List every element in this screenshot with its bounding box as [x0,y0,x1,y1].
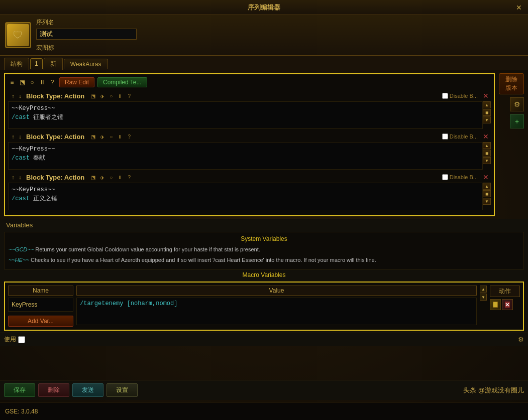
block-3-line2-text: 正义之锤 [33,195,57,202]
block-2-title: Block Type: Action [26,133,84,141]
block-1-scroll-down[interactable]: ▼ [483,116,491,123]
block-3-scroll-down[interactable]: ▼ [483,198,491,205]
add-var-button[interactable]: Add Var... [8,316,73,327]
right-icon-1[interactable]: ⚙ [510,97,524,111]
block-1-disable-checkbox[interactable] [442,93,448,99]
use-checkbox[interactable] [18,336,25,343]
right-bottom-icon[interactable]: ⚙ [518,336,524,343]
block-1-copy-icon[interactable]: ⬗ [98,92,105,99]
variables-section: Variables System Variables ~~GCD~~ Retur… [0,219,528,333]
sys-var-2-text: ~~HE~~ Checks to see if you have a Heart… [9,256,519,264]
block-2-header: ↑ ↓ Block Type: Action ⬔ ⬗ ○ ⏸ ? Disable… [8,131,491,142]
raw-edit-button[interactable]: Raw Edit [59,77,94,87]
var-scroll-up[interactable]: ▲ [480,286,487,293]
delete-version-button[interactable]: 删除版本 [499,73,524,94]
var-action-icon-2[interactable] [502,299,513,310]
block-2-scroll-down[interactable]: ▼ [483,157,491,164]
block-1-down-arrow[interactable]: ↓ [17,93,23,99]
block-1-arrows: ↑ ↓ [10,93,23,99]
macro-icon[interactable]: 🛡 [5,22,31,48]
block-2-scroll-up[interactable]: ▲ [483,142,491,149]
list-icon[interactable]: ≡ [8,78,16,86]
tab-structure[interactable]: 结构 [4,58,29,70]
block-3-disable-label: Disable B... [450,174,478,180]
right-icon-2[interactable]: + [510,114,524,128]
tab-weakauras[interactable]: WeakAuras [64,59,108,69]
block-1-pause-icon[interactable]: ⏸ [117,92,124,99]
block-1-up-arrow[interactable]: ↑ [10,93,16,99]
block-2-pause-icon[interactable]: ⏸ [117,133,124,140]
block-2-down-arrow[interactable]: ↓ [17,133,23,139]
block-3-copy-icon[interactable]: ⬗ [98,174,105,181]
block-1-list-icon[interactable]: ⬔ [89,92,96,99]
var-name-input[interactable] [8,298,73,312]
settings-button[interactable]: 设置 [107,383,138,397]
copy-icon[interactable]: ⬔ [18,78,26,86]
block-3-delete[interactable]: ✕ [483,173,489,181]
block-1-text[interactable]: ~~KeyPress~~ /cast 征服者之锤 [8,101,483,129]
var-value-textarea[interactable] [76,298,477,325]
title-bar: 序列编辑器 ✕ [0,0,528,15]
main-editor-row: ≡ ⬔ ○ ⏸ ? Raw Edit Compiled Te... ↑ ↓ Bl… [0,70,528,219]
version-bar: GSE: 3.0.48 [0,402,528,420]
block-1-disable-label: Disable B... [450,93,478,99]
tab-new[interactable]: 新 [44,58,63,70]
delete-icon [504,301,511,308]
block-2-delete[interactable]: ✕ [483,132,489,141]
footer-right: 头条 @游戏没有圈儿 [463,386,524,395]
block-2-disable-checkbox[interactable] [442,133,448,139]
block-2-text[interactable]: ~~KeyPress~~ /cast 奉献 [8,142,483,170]
block-1-delete[interactable]: ✕ [483,92,489,100]
var-name-header: Name [8,286,73,296]
block-3-text[interactable]: ~~KeyPress~~ /cast 正义之锤 [8,183,483,210]
close-icon[interactable]: ✕ [516,4,524,12]
macro-icon-inner: 🛡 [7,24,29,46]
help-icon[interactable]: ? [48,78,56,86]
tabs-area: 结构 1 新 WeakAuras [0,56,528,70]
svg-rect-1 [493,302,497,307]
tab-1[interactable]: 1 [30,58,43,69]
circle-icon[interactable]: ○ [28,78,36,86]
block-2-up-arrow[interactable]: ↑ [10,133,16,139]
macro-name-input[interactable] [36,29,137,40]
block-2-scroll-mid[interactable]: ◼ [483,150,491,157]
var-action-col: 动作 [490,286,520,310]
block-2-line2-text: 奉献 [33,155,45,162]
block-3-scroll-mid[interactable]: ◼ [483,190,491,197]
block-1-line2-cyan: /cast [12,114,30,121]
send-button[interactable]: 发送 [72,383,103,397]
block-3-down-arrow[interactable]: ↓ [17,174,23,180]
block-3-circle-icon[interactable]: ○ [108,174,115,181]
block-1-scroll-up[interactable]: ▲ [483,101,491,108]
block-3-scroll-up[interactable]: ▲ [483,183,491,190]
pause-icon[interactable]: ⏸ [38,78,46,86]
var-action-icon-1[interactable] [490,299,501,310]
block-2-help-icon[interactable]: ? [126,133,133,140]
block-1-disable: Disable B... [442,93,478,99]
block-3-pause-icon[interactable]: ⏸ [117,174,124,181]
save-button[interactable]: 保存 [4,383,35,397]
block-1-scroll-mid[interactable]: ◼ [483,109,491,116]
block-1-controls: ⬔ ⬗ ○ ⏸ ? [89,92,133,99]
block-3-disable-checkbox[interactable] [442,174,448,180]
block-1-circle-icon[interactable]: ○ [108,92,115,99]
toolbar-icons: ≡ ⬔ ○ ⏸ ? [8,78,56,86]
block-3-title: Block Type: Action [26,174,84,181]
block-1-help-icon[interactable]: ? [126,92,133,99]
block-2-list-icon[interactable]: ⬔ [89,133,96,140]
use-label: 使用 [4,335,16,344]
var-scroll-down[interactable]: ▼ [480,294,487,301]
block-3-help-icon[interactable]: ? [126,174,133,181]
block-3-text-wrap: ~~KeyPress~~ /cast 正义之锤 ▲ ◼ ▼ [8,183,491,210]
system-variables-area: System Variables ~~GCD~~ Returns your cu… [4,232,524,269]
block-3-up-arrow[interactable]: ↑ [10,174,16,180]
compiled-te-button[interactable]: Compiled Te... [97,77,147,87]
delete-button[interactable]: 删除 [38,383,69,397]
block-3-list-icon[interactable]: ⬔ [89,174,96,181]
system-variables-header: System Variables [9,235,519,242]
block-2: ↑ ↓ Block Type: Action ⬔ ⬗ ○ ⏸ ? Disable… [8,131,491,170]
block-2-circle-icon[interactable]: ○ [108,133,115,140]
block-2-copy-icon[interactable]: ⬗ [98,133,105,140]
block-3-scroll: ▲ ◼ ▼ [483,183,491,210]
block-2-disable: Disable B... [442,133,478,139]
